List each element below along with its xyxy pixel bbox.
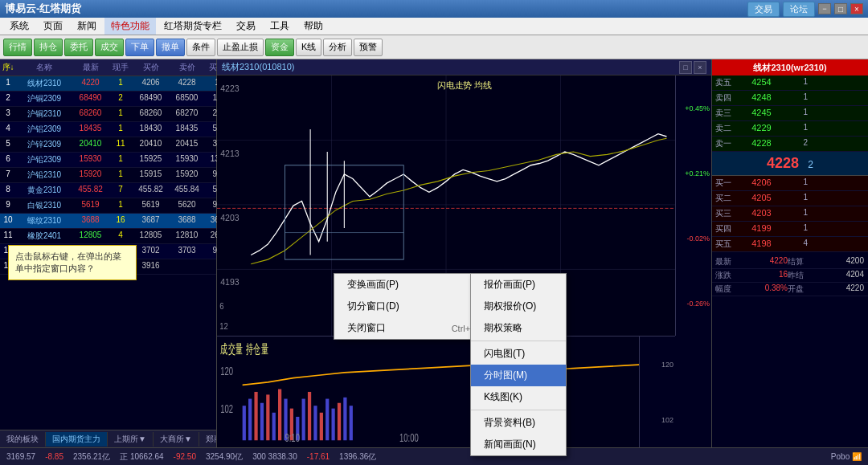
td-seq: 12 (0, 245, 16, 258)
menu-system[interactable]: 系统 (3, 18, 35, 35)
td-last: 20410 (72, 138, 108, 151)
svg-text:13:30: 13:30 (539, 430, 559, 445)
label-latest: 最新 (715, 256, 747, 267)
sell-price: 4229 (739, 123, 784, 134)
td-last: 18435 (72, 123, 108, 136)
table-row[interactable]: 4 沪铝2309 18435 1 18430 18435 55 104 1511… (0, 122, 216, 137)
buy-order-row: 买三 4203 1 (712, 206, 868, 222)
td-name: 黄金2310 (16, 184, 72, 197)
table-row[interactable]: 6 沪铅2309 15930 1 15925 15930 138 206 274… (0, 153, 216, 168)
tab-futures-main[interactable]: 国内期货主力 (46, 432, 108, 447)
tab-my-board[interactable]: 我的板块 (0, 432, 46, 447)
buy-order-row: 买五 4198 4 (712, 237, 868, 252)
forum-button[interactable]: 论坛 (783, 2, 815, 17)
buy-vol: 1 (784, 208, 808, 219)
buy-price: 4205 (739, 193, 784, 204)
toolbar-btn-1[interactable]: 行情 (3, 39, 32, 56)
chart-main[interactable]: 4223 4213 4203 4193 闪电走势 均线 (217, 75, 711, 447)
sell-order-row: 卖三 4245 1 (712, 106, 868, 121)
col-cur: 现手 (108, 61, 133, 74)
td-name: 沪铜2309 (16, 92, 72, 105)
toolbar-btn-7[interactable]: 条件 (186, 39, 215, 56)
toolbar-btn-4[interactable]: 成交 (95, 39, 124, 56)
table-row[interactable]: 11 橡胶2401 12805 4 12805 12810 266 140 92… (0, 229, 216, 244)
table-row[interactable]: 7 沪铅2310 15920 1 15915 15920 97 86 12928… (0, 168, 216, 183)
menu-page[interactable]: 页面 (37, 18, 69, 35)
td-sell: 455.84 (169, 184, 205, 197)
sell-price: 4245 (739, 108, 784, 119)
toolbar-btn-10[interactable]: K线 (296, 39, 321, 56)
sell-order-row: 卖五 4254 1 (712, 75, 868, 91)
menu-special[interactable]: 特色功能 (104, 18, 156, 35)
td-last: 68260 (72, 108, 108, 120)
td-cur: 1 (108, 153, 133, 166)
table-row[interactable]: 5 沪锌2309 20410 11 20410 20415 33 62 1176… (0, 137, 216, 153)
td-seq: 2 (0, 92, 16, 105)
right-panel-title: 线材2310(wr2310) (712, 59, 868, 75)
svg-rect-38 (326, 399, 329, 441)
col-sell: 卖价 (169, 61, 205, 74)
sell-label: 卖二 (715, 123, 739, 134)
svg-rect-34 (302, 399, 305, 441)
td-name: 螺纹2310 (16, 214, 72, 227)
menu-news[interactable]: 新闻 (71, 18, 103, 35)
val-pct: 0.38% (747, 283, 788, 295)
svg-text:10:00: 10:00 (399, 430, 419, 445)
svg-rect-35 (308, 392, 311, 440)
svg-rect-41 (343, 398, 346, 440)
toolbar-btn-8[interactable]: 止盈止损 (217, 39, 264, 56)
td-buy: 5619 (133, 199, 169, 212)
status-3: 2356.21亿 (73, 451, 110, 463)
svg-text:成交量  持仓量: 成交量 持仓量 (220, 341, 268, 356)
menu-column[interactable]: 红塔期货专栏 (158, 18, 228, 35)
toolbar-btn-11[interactable]: 分析 (323, 39, 352, 56)
chart-expand-btn[interactable]: □ (679, 61, 692, 74)
buy-price: 4203 (739, 208, 784, 219)
sell-vol: 2 (784, 138, 808, 149)
svg-text:9:10: 9:10 (285, 430, 299, 445)
volume-area: 成交量 持仓量 120 102 (217, 336, 675, 447)
table-row[interactable]: 3 沪铜2310 68260 1 68260 68270 29 14 32678… (0, 107, 216, 122)
td-sell: 3688 (169, 214, 205, 227)
vol-label-102: 102 (640, 416, 675, 424)
table-row[interactable]: 8 黄金2310 455.82 7 455.82 455.84 55 11 11… (0, 183, 216, 198)
menu-tools[interactable]: 工具 (264, 18, 296, 35)
table-row[interactable]: 1 线材2310 4220 1 4206 4228 1 2 89 18 (0, 76, 216, 92)
table-row[interactable]: 9 白银2310 5619 1 5619 5620 95 134 440222 … (0, 198, 216, 214)
status-6: 3254.90亿 (206, 451, 243, 463)
menu-trade[interactable]: 交易 (230, 18, 262, 35)
chart-close-btn[interactable]: × (694, 61, 706, 74)
buy-vol: 4 (784, 239, 808, 250)
tab-shfe[interactable]: 上期所▼ (108, 432, 154, 447)
table-row[interactable]: 13 热苦2310 3915 26 3916 419244 15 (0, 259, 216, 275)
td-cur: 1 (108, 199, 133, 212)
td-seq: 4 (0, 123, 16, 136)
close-button[interactable]: × (850, 3, 863, 14)
toolbar-btn-9[interactable]: 资金 (265, 39, 294, 56)
table-row[interactable]: 2 沪铜2309 68490 2 68490 68500 12 50 56427… (0, 92, 216, 107)
toolbar-btn-5[interactable]: 下单 (125, 39, 154, 56)
sell-label: 卖三 (715, 108, 739, 119)
toolbar-btn-2[interactable]: 持仓 (34, 39, 63, 56)
app-logo: 博易云-红塔期货 (5, 2, 81, 16)
maximize-button[interactable]: □ (834, 3, 847, 14)
td-buy: 15915 (133, 169, 169, 182)
td-last: 4220 (72, 77, 108, 90)
td-buy: 3916 (133, 260, 169, 273)
label-open: 开盘 (788, 283, 820, 295)
table-row[interactable]: 12 沪青2311 3703 1 3702 3703 93 492 349210… (0, 244, 216, 259)
trade-button[interactable]: 交易 (747, 2, 780, 17)
td-buy: 3702 (133, 245, 169, 258)
minimize-button[interactable]: － (818, 3, 831, 14)
menu-help[interactable]: 帮助 (297, 18, 330, 35)
info-section: 最新 4220 结算 4200 涨跌 16 昨结 4204 幅度 0.38% 开… (712, 255, 868, 296)
tab-czce[interactable]: 郑商所▼ (199, 432, 216, 447)
svg-rect-42 (350, 406, 353, 440)
tab-dce[interactable]: 大商所▼ (154, 432, 199, 447)
chart-title-text: 线材2310(010810) (222, 61, 295, 73)
sell-order-row: 卖一 4228 2 (712, 137, 868, 152)
toolbar-btn-12[interactable]: 预警 (354, 39, 383, 56)
toolbar-btn-6[interactable]: 撤单 (156, 39, 185, 56)
table-row[interactable]: 10 螺纹2310 3688 16 3687 3688 362 406 1272… (0, 214, 216, 229)
toolbar-btn-3[interactable]: 委托 (64, 39, 93, 56)
